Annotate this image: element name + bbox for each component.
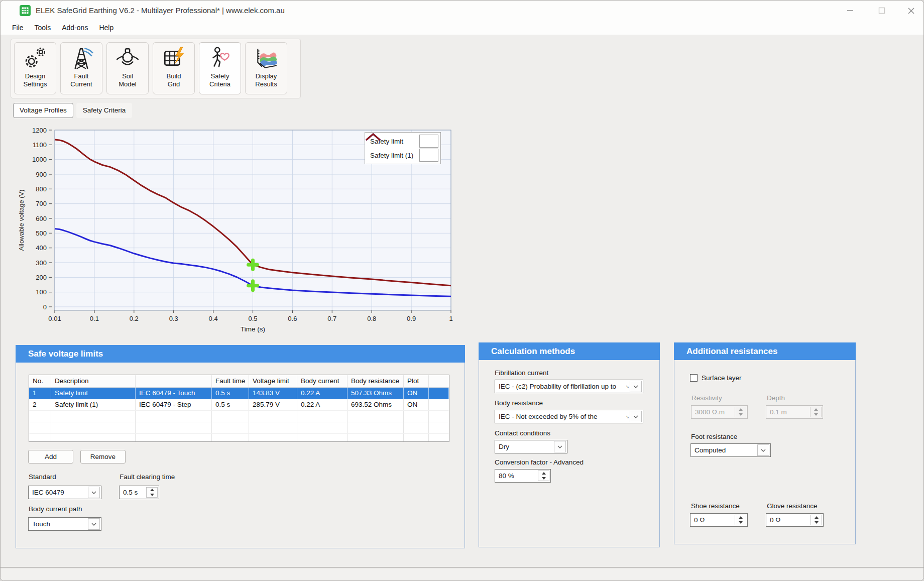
x-tick-label: 0.4 bbox=[209, 315, 218, 322]
x-tick-label: 0.5 bbox=[248, 315, 257, 322]
chart-legend: Safety limit Safety limit (1) bbox=[365, 132, 441, 164]
y-tick-label: 300 bbox=[36, 259, 47, 267]
standard-select[interactable]: IEC 60479 bbox=[28, 486, 101, 499]
stepper-arrows-icon bbox=[735, 407, 746, 417]
x-tick-label: 0.1 bbox=[90, 315, 99, 322]
remove-button[interactable]: Remove bbox=[80, 450, 126, 463]
person-heart-icon bbox=[207, 46, 233, 71]
additional-resistances-panel: Additional resistances Surface layer Res… bbox=[674, 342, 856, 544]
y-tick-label: 900 bbox=[36, 171, 47, 178]
x-tick-label: 0.01 bbox=[48, 315, 61, 322]
y-tick-label: 1200 bbox=[32, 127, 47, 134]
minimize-icon bbox=[847, 7, 854, 14]
y-tick-label: 500 bbox=[36, 229, 47, 237]
calculation-methods-panel: Calculation methods Fibrillation current… bbox=[479, 342, 660, 547]
maximize-button[interactable] bbox=[871, 3, 893, 19]
table-empty-row bbox=[29, 434, 449, 442]
add-button[interactable]: Add bbox=[28, 450, 73, 463]
stepper-arrows-icon[interactable] bbox=[146, 487, 158, 498]
stepper-arrows-icon[interactable] bbox=[811, 515, 822, 525]
text-overflow-icon: ↘ bbox=[625, 384, 629, 389]
resistivity-stepper: 3000 Ω.m bbox=[691, 405, 748, 419]
body-current-path-label: Body current path bbox=[29, 505, 82, 513]
stepper-arrows-icon[interactable] bbox=[735, 515, 746, 525]
safe-voltage-limits-panel: Safe voltage limits No. Description Faul… bbox=[16, 345, 465, 548]
maximize-icon bbox=[878, 7, 885, 14]
col-standard bbox=[136, 375, 212, 387]
x-tick-label: 0.2 bbox=[130, 315, 139, 322]
design-settings-button[interactable]: DesignSettings bbox=[14, 42, 56, 94]
x-tick-label: 0.3 bbox=[169, 315, 178, 322]
safety-criteria-button[interactable]: SafetyCriteria bbox=[199, 42, 241, 94]
surface-plot-icon bbox=[254, 46, 279, 71]
fault-current-button[interactable]: FaultCurrent bbox=[60, 42, 102, 94]
y-tick-label: 700 bbox=[36, 200, 47, 207]
glove-resistance-label: Glove resistance bbox=[767, 502, 818, 510]
body-resistance-select[interactable]: IEC - Not exceeded by 5% of the ↘ bbox=[495, 410, 643, 423]
x-tick-label: 0.7 bbox=[327, 315, 336, 322]
table-row[interactable]: 2 Safety limit (1) IEC 60479 - Step 0.5 … bbox=[29, 399, 449, 411]
safe-voltage-limits-table[interactable]: No. Description Fault time Voltage limit… bbox=[29, 375, 449, 442]
app-logo-icon bbox=[20, 5, 31, 16]
legend-label: Safety limit (1) bbox=[367, 152, 419, 159]
stepper-arrows-icon[interactable] bbox=[538, 471, 549, 481]
menu-help[interactable]: Help bbox=[93, 21, 119, 35]
conversion-factor-stepper[interactable]: 80 % bbox=[495, 469, 551, 483]
menu-file[interactable]: File bbox=[7, 21, 29, 35]
chevron-down-icon bbox=[88, 518, 100, 530]
y-axis-title: Allowable voltage (V) bbox=[18, 189, 25, 251]
panel-title: Safe voltage limits bbox=[16, 345, 465, 363]
surface-layer-checkbox[interactable] bbox=[690, 374, 698, 382]
body-current-path-select[interactable]: Touch bbox=[28, 517, 101, 531]
col-fault-time: Fault time bbox=[212, 375, 249, 387]
col-plot: Plot bbox=[404, 375, 429, 387]
chevron-down-icon bbox=[757, 444, 769, 456]
contact-conditions-select[interactable]: Dry bbox=[495, 440, 567, 453]
contact-conditions-label: Contact conditions bbox=[495, 429, 550, 437]
col-description: Description bbox=[51, 375, 136, 387]
blue-line-sample-icon bbox=[419, 135, 438, 148]
display-results-button[interactable]: DisplayResults bbox=[245, 42, 287, 94]
table-row[interactable]: 1 Safety limit IEC 60479 - Touch 0.5 s 1… bbox=[29, 388, 449, 399]
y-tick-label: 1100 bbox=[33, 141, 47, 149]
tab-bar: Voltage Profiles Safety Criteria bbox=[13, 103, 132, 119]
surface-layer-label: Surface layer bbox=[702, 374, 742, 382]
chevron-down-icon bbox=[88, 487, 100, 498]
tab-safety-criteria[interactable]: Safety Criteria bbox=[76, 103, 133, 118]
gears-icon bbox=[23, 46, 48, 71]
y-tick-label: 100 bbox=[36, 288, 47, 296]
x-tick-label: 0.9 bbox=[407, 315, 416, 322]
toolbar-button-label: SoilModel bbox=[119, 72, 136, 88]
table-empty-row bbox=[29, 411, 449, 422]
foot-resistance-select[interactable]: Computed bbox=[690, 443, 771, 457]
resistivity-label: Resistivity bbox=[691, 394, 722, 402]
glove-resistance-stepper[interactable]: 0 Ω bbox=[766, 513, 824, 527]
toolbar-button-label: DesignSettings bbox=[24, 72, 47, 88]
window-title: ELEK SafeGrid Earthing V6.2 - Multilayer… bbox=[36, 1, 285, 21]
close-icon bbox=[907, 7, 915, 15]
menu-addons[interactable]: Add-ons bbox=[56, 21, 93, 35]
col-no: No. bbox=[29, 375, 51, 387]
soil-model-button[interactable]: SoilModel bbox=[106, 42, 149, 94]
tab-voltage-profiles[interactable]: Voltage Profiles bbox=[13, 103, 73, 118]
close-button[interactable] bbox=[900, 3, 922, 19]
y-tick-label: 800 bbox=[36, 185, 47, 193]
text-overflow-icon: ↘ bbox=[625, 414, 629, 419]
fault-clearing-time-stepper[interactable]: 0.5 s bbox=[119, 486, 159, 499]
col-body-current: Body current bbox=[297, 375, 348, 387]
table-header-row: No. Description Fault time Voltage limit… bbox=[29, 375, 449, 388]
y-tick-label: 1000 bbox=[32, 156, 47, 163]
shoe-resistance-stepper[interactable]: 0 Ω bbox=[690, 513, 748, 527]
toolbar: DesignSettings FaultCurrent SoilMo bbox=[11, 39, 301, 98]
soil-layers-icon bbox=[115, 46, 140, 71]
y-tick-label: 200 bbox=[36, 274, 47, 281]
depth-stepper: 0.1 m bbox=[766, 405, 823, 419]
menu-tools[interactable]: Tools bbox=[29, 21, 57, 35]
build-grid-button[interactable]: BuildGrid bbox=[153, 42, 195, 94]
fibrillation-current-select[interactable]: IEC - (c2) Probability of fibrillation u… bbox=[495, 380, 643, 393]
red-line-sample-icon bbox=[419, 149, 438, 162]
minimize-button[interactable] bbox=[839, 3, 861, 19]
col-voltage-limit: Voltage limit bbox=[249, 375, 297, 387]
fault-clearing-time-label: Fault clearing time bbox=[120, 473, 175, 481]
depth-label: Depth bbox=[767, 394, 785, 402]
